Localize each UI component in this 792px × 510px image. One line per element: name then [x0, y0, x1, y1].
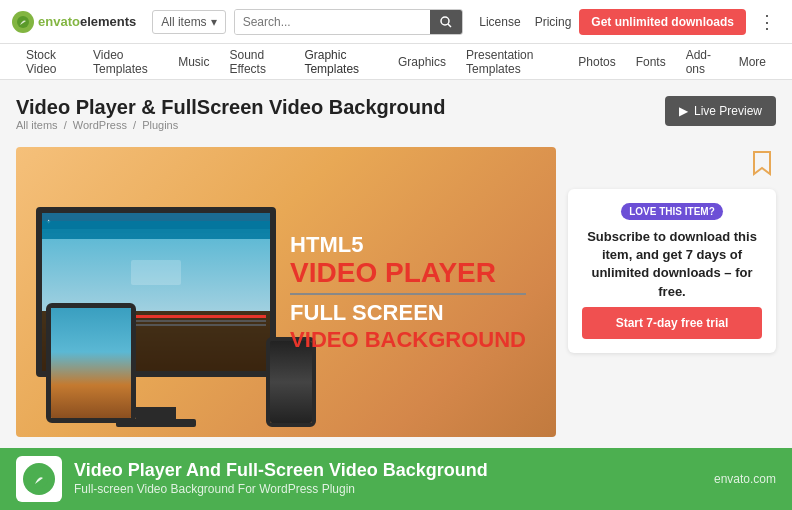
nav-photos[interactable]: Photos	[568, 44, 625, 80]
preview-text-overlay: HTML5 VIDEO PLAYER FULL SCREEN VIDEO BAC…	[290, 232, 526, 352]
breadcrumb: All items / WordPress / Plugins	[16, 119, 445, 131]
title-group: Video Player & FullScreen Video Backgrou…	[16, 96, 445, 141]
live-preview-button[interactable]: ▶ Live Preview	[665, 96, 776, 126]
nav-sound-effects[interactable]: Sound Effects	[219, 44, 294, 80]
breadcrumb-plugins[interactable]: Plugins	[142, 119, 178, 131]
bottom-subtitle: Full-screen Video Background For WordPre…	[74, 482, 702, 498]
preview-html5-text: HTML5	[290, 232, 526, 258]
bottom-domain: envato.com	[714, 472, 776, 486]
preview-area: ✦	[16, 147, 556, 437]
breadcrumb-all-items[interactable]: All items	[16, 119, 58, 131]
bottom-logo-inner	[23, 463, 55, 495]
nav-presentation-templates[interactable]: Presentation Templates	[456, 44, 568, 80]
nav-graphics[interactable]: Graphics	[388, 44, 456, 80]
pricing-link[interactable]: Pricing	[535, 15, 572, 29]
nav-bar: Stock Video Video Templates Music Sound …	[0, 44, 792, 80]
nav-add-ons[interactable]: Add-ons	[676, 44, 729, 80]
tablet-screen	[51, 308, 131, 418]
phone-screen	[270, 341, 312, 423]
header-nav-links: License Pricing	[479, 15, 571, 29]
logo-icon	[12, 11, 34, 33]
content-row: ✦	[16, 147, 776, 437]
search-input[interactable]	[235, 10, 431, 34]
start-trial-button[interactable]: Start 7-day free trial	[582, 307, 762, 339]
leaf-icon	[16, 15, 30, 29]
more-menu-button[interactable]: ⋮	[754, 11, 780, 33]
filter-dropdown[interactable]: All items ▾	[152, 10, 225, 34]
preview-full-screen-text: FULL SCREEN	[290, 299, 526, 328]
bookmark-button[interactable]	[748, 147, 776, 179]
nav-music[interactable]: Music	[168, 44, 219, 80]
right-panel: LOVE THIS ITEM? Subscribe to download th…	[568, 147, 776, 353]
breadcrumb-sep-1: /	[64, 119, 70, 131]
logo-text: envatoelements	[38, 14, 136, 29]
license-link[interactable]: License	[479, 15, 520, 29]
nav-fonts[interactable]: Fonts	[626, 44, 676, 80]
page-title: Video Player & FullScreen Video Backgrou…	[16, 96, 445, 119]
bottom-title: Video Player And Full-Screen Video Backg…	[74, 460, 702, 482]
cta-box: LOVE THIS ITEM? Subscribe to download th…	[568, 189, 776, 353]
nav-more[interactable]: More	[729, 44, 776, 80]
bottom-leaf-icon	[29, 469, 49, 489]
svg-point-1	[441, 17, 449, 25]
header: envatoelements All items ▾ License Prici…	[0, 0, 792, 44]
preview-divider	[290, 293, 526, 295]
breadcrumb-wordpress[interactable]: WordPress	[73, 119, 127, 131]
page-title-section: Video Player & FullScreen Video Backgrou…	[16, 96, 776, 141]
main-content: Video Player & FullScreen Video Backgrou…	[0, 80, 792, 437]
breadcrumb-sep-2: /	[133, 119, 139, 131]
preview-video-player-text: VIDEO PLAYER	[290, 258, 526, 289]
monitor-stand	[136, 407, 176, 419]
chevron-down-icon: ▾	[211, 15, 217, 29]
live-preview-label: Live Preview	[694, 104, 762, 118]
logo: envatoelements	[12, 11, 136, 33]
love-badge: LOVE THIS ITEM?	[621, 203, 723, 220]
bottom-bar: Video Player And Full-Screen Video Backg…	[0, 448, 792, 510]
search-icon	[440, 16, 452, 28]
filter-label: All items	[161, 15, 206, 29]
live-preview-icon: ▶	[679, 104, 688, 118]
preview-video-bg-text: VIDEO BACKGROUND	[290, 328, 526, 352]
bottom-text-group: Video Player And Full-Screen Video Backg…	[74, 460, 702, 497]
search-bar	[234, 9, 464, 35]
nav-video-templates[interactable]: Video Templates	[83, 44, 168, 80]
tablet-mockup	[46, 303, 136, 423]
nav-stock-video[interactable]: Stock Video	[16, 44, 83, 80]
bottom-logo	[16, 456, 62, 502]
cta-title: Subscribe to download this item, and get…	[582, 228, 762, 301]
preview-inner: ✦	[16, 147, 556, 437]
bookmark-icon	[752, 150, 772, 176]
nav-graphic-templates[interactable]: Graphic Templates	[294, 44, 388, 80]
get-unlimited-button[interactable]: Get unlimited downloads	[579, 9, 746, 35]
search-button[interactable]	[430, 10, 462, 34]
svg-line-2	[448, 24, 451, 27]
